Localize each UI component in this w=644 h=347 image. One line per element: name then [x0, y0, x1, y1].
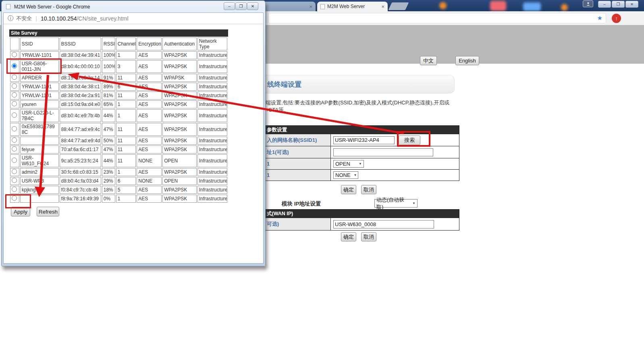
sta-params-form: 参数设置 入的网络名称(SSID1) 搜索 址1(可选) 1 OPEN ▼: [265, 125, 459, 181]
person-icon: [586, 2, 590, 6]
ap-radio[interactable]: [12, 101, 17, 106]
close-button[interactable]: ✕: [247, 2, 258, 10]
table-row: USR-LG220-L-7B4Cd8:b0:4c:e9:7b:4b44%1AES…: [10, 109, 227, 122]
maximize-button[interactable]: ❐: [235, 2, 247, 10]
table-row: YRWLW-1101d8:38:0d:4e:38:c189%6AESWPA2PS…: [10, 83, 227, 91]
table-row: admin230:fc:68:c0:83:1523%1AESWPA2PSKInf…: [10, 168, 227, 176]
minimize-button[interactable]: –: [224, 2, 235, 10]
info-icon: ⓘ: [8, 15, 13, 22]
table-row: USR-G806-0011-JINd8:b0:4c:00:00:10100%3A…: [10, 60, 227, 73]
ap-radio[interactable]: [12, 187, 17, 192]
table-row: YRWLW-1101d8:38:0d:4e:39:41100%1AESWPA2P…: [10, 51, 227, 59]
apply-button[interactable]: Apply: [11, 207, 30, 216]
blurred-icon: [561, 4, 568, 11]
lang-english-button[interactable]: English: [455, 56, 479, 65]
encryption-mode-select[interactable]: OPEN ▼: [333, 160, 364, 168]
site-survey-table: SSID BSSID RSSI Channel Encryption Authe…: [9, 37, 228, 204]
address-bar[interactable]: ★: [268, 13, 606, 23]
ap-radio[interactable]: [12, 178, 17, 183]
confirm-button[interactable]: 确定: [341, 232, 356, 241]
description-line: 端设置,包括:要去连接的AP参数(SSID,加密)及接入模式(DHCP,静态连接…: [266, 99, 449, 106]
profile-button[interactable]: [583, 0, 593, 7]
cancel-button[interactable]: 取消: [361, 232, 376, 241]
table-row: kpjkngf0:84:c9:7c:cb:4818%5AESWPA2PSKInf…: [10, 186, 227, 194]
page-icon: [320, 4, 325, 9]
cancel-button[interactable]: 取消: [361, 185, 376, 194]
search-button[interactable]: 搜索: [399, 135, 420, 145]
ap-radio[interactable]: [12, 52, 17, 57]
ap-radio[interactable]: [12, 83, 17, 89]
hostname-input[interactable]: [333, 220, 434, 229]
col-ssid: SSID: [20, 37, 59, 50]
blurred-icon: [439, 2, 447, 9]
ssid-label: 入的网络名称(SSID1): [265, 134, 331, 146]
page-icon: [6, 4, 10, 9]
table-row: f8:9a:78:16:49:390%1AESWPA2PSKInfrastruc…: [10, 195, 227, 203]
description-line: +STA等。: [266, 106, 289, 114]
bssid-label: 址1(可选): [265, 146, 331, 158]
table-row: 0xE59381E7898C88:44:77:ad:e9:4c47%11AESW…: [10, 123, 227, 136]
new-tab-button[interactable]: [388, 2, 409, 10]
table-header-row: SSID BSSID RSSI Channel Encryption Authe…: [10, 37, 227, 50]
form-section-header: 参数设置: [265, 126, 459, 134]
popup-window: M2M Web Server - Google Chrome – ❐ ✕ ⓘ 不…: [1, 0, 266, 266]
ap-radio[interactable]: [12, 146, 17, 152]
confirm-button[interactable]: 确定: [341, 185, 356, 194]
ap-radio[interactable]: [12, 169, 17, 174]
encryption-mode-label: 1: [265, 158, 331, 169]
table-row: yourend8:15:0d:9a:d4:e065%1AESWPA2PSKInf…: [10, 100, 227, 108]
ap-radio[interactable]: [12, 195, 17, 201]
tab-close-icon[interactable]: ×: [309, 4, 312, 10]
ap-radio[interactable]: [12, 92, 17, 98]
chevron-down-icon: ▼: [351, 173, 357, 177]
ap-radio[interactable]: [12, 126, 17, 131]
ap-radio[interactable]: [12, 158, 17, 163]
table-row: USR-W610_FC249c:a5:25:23:fc:2444%11NONEO…: [10, 154, 227, 167]
form-section-header: 式(WAN IP): [265, 210, 459, 218]
col-network-type: Network Type: [197, 37, 227, 50]
col-authentication: Authentication: [162, 37, 197, 50]
ap-radio[interactable]: [12, 112, 17, 118]
maximize-button[interactable]: ❐: [612, 1, 625, 8]
lang-chinese-button[interactable]: 中文: [420, 56, 437, 65]
ap-radio[interactable]: [12, 75, 17, 80]
section-heading-box: 线终端设置: [242, 75, 455, 94]
table-row: YRWLW-1101d8:38:0d:4e:2a:9181%11AESWPA2P…: [10, 91, 227, 100]
popup-content: ⓘ 不安全 | 10.10.100.254 /CN/site_survey.ht…: [3, 12, 264, 264]
col-bssid: BSSID: [60, 37, 101, 50]
col-channel: Channel: [116, 37, 136, 50]
site-survey-title: Site Survey: [9, 29, 228, 37]
bookmark-star-icon[interactable]: ★: [597, 15, 602, 22]
module-ip-label: 模块 IP地址设置: [282, 200, 321, 208]
close-button[interactable]: ✕: [625, 1, 638, 8]
table-row: APRDERd8:15:0d:c6:3e:1491%11AESWPAPSKInf…: [10, 74, 227, 82]
bssid-input[interactable]: [333, 148, 433, 156]
site-survey-body: YRWLW-1101d8:38:0d:4e:39:41100%1AESWPA2P…: [10, 51, 227, 203]
url-path: /CN/site_survey.html: [77, 15, 128, 22]
blurred-icon: [490, 1, 506, 11]
table-row: 88:44:77:ad:e9:4d50%11AESWPA2PSKInfrastr…: [10, 137, 227, 145]
screen: 器-串口转以太网 × M2M Web Server × – ❐ ✕ ★ ↑ 中: [0, 0, 644, 347]
table-row: feiyue70:af:6a:6c:d1:1747%11AESWPA2PSKIn…: [10, 145, 227, 154]
refresh-button[interactable]: Refresh: [37, 207, 59, 216]
url-host: 10.10.100.254: [41, 15, 77, 22]
ip-mode-select[interactable]: 动态(自动获取) ▼: [374, 199, 418, 208]
extension-icon[interactable]: ↑: [612, 14, 621, 23]
ap-radio[interactable]: [12, 137, 17, 143]
popup-url-bar[interactable]: ⓘ 不安全 | 10.10.100.254 /CN/site_survey.ht…: [4, 13, 263, 24]
chevron-down-icon: ▼: [355, 162, 362, 166]
encryption-alg-label: 1: [265, 170, 331, 181]
col-rssi: RSSI: [102, 37, 115, 50]
ap-radio[interactable]: [12, 63, 17, 69]
security-label: 不安全: [16, 15, 32, 22]
wan-ip-form: 式(WAN IP) 可选): [265, 209, 459, 231]
tab-close-icon[interactable]: ×: [381, 4, 384, 10]
tab-label: M2M Web Server: [327, 4, 379, 9]
encryption-alg-select[interactable]: NONE ▼: [333, 171, 358, 179]
chevron-down-icon: ▼: [409, 202, 415, 205]
popup-title: M2M Web Server - Google Chrome: [14, 4, 90, 10]
arrow-up-icon: ↑: [615, 15, 618, 21]
ssid-input[interactable]: [333, 136, 395, 144]
browser-tab-2[interactable]: M2M Web Server ×: [317, 2, 388, 11]
minimize-button[interactable]: –: [598, 1, 611, 8]
